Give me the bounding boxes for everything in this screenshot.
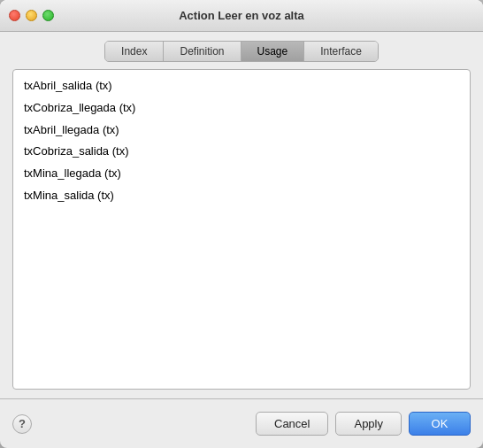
action-buttons: Cancel Apply OK bbox=[256, 412, 471, 436]
tab-definition[interactable]: Definition bbox=[164, 42, 241, 61]
help-button[interactable]: ? bbox=[12, 414, 32, 434]
window: Action Leer en voz alta Index Definition… bbox=[0, 0, 483, 448]
close-button[interactable] bbox=[9, 10, 20, 21]
tab-interface[interactable]: Interface bbox=[304, 42, 378, 61]
tabs-row: Index Definition Usage Interface bbox=[12, 41, 471, 62]
list-item[interactable]: txMina_salida (tx) bbox=[20, 185, 463, 207]
list-item[interactable]: txAbril_llegada (tx) bbox=[20, 120, 463, 142]
title-bar: Action Leer en voz alta bbox=[0, 0, 483, 32]
content-area: Index Definition Usage Interface txAbril… bbox=[0, 32, 483, 398]
traffic-lights bbox=[9, 10, 54, 21]
tab-index[interactable]: Index bbox=[105, 42, 164, 61]
tab-usage[interactable]: Usage bbox=[242, 42, 305, 61]
window-title: Action Leer en voz alta bbox=[179, 9, 304, 22]
maximize-button[interactable] bbox=[42, 10, 54, 21]
list-item[interactable]: txCobriza_salida (tx) bbox=[20, 141, 463, 163]
list-item[interactable]: txMina_llegada (tx) bbox=[20, 163, 463, 185]
tab-container: Index Definition Usage Interface bbox=[104, 41, 379, 62]
list-item[interactable]: txAbril_salida (tx) bbox=[20, 75, 463, 97]
bottom-bar: ? Cancel Apply OK bbox=[0, 398, 483, 448]
apply-button[interactable]: Apply bbox=[335, 412, 402, 436]
minimize-button[interactable] bbox=[26, 10, 37, 21]
list-item[interactable]: txCobriza_llegada (tx) bbox=[20, 97, 463, 120]
cancel-button[interactable]: Cancel bbox=[256, 412, 328, 436]
ok-button[interactable]: OK bbox=[409, 412, 471, 436]
list-container[interactable]: txAbril_salida (tx) txCobriza_llegada (t… bbox=[12, 69, 471, 390]
